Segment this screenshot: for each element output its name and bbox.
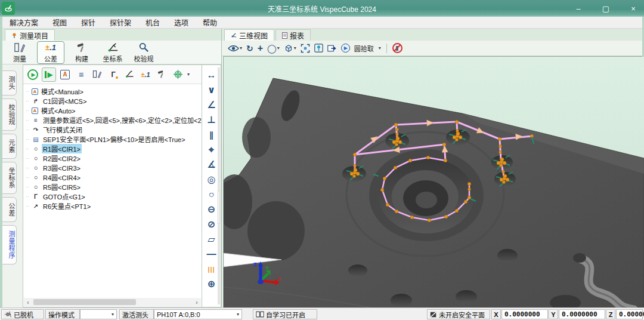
- locate-button[interactable]: [314, 44, 323, 53]
- measurement-project-panel: 测量项目 测量 ±.1 公差 构建: [2, 29, 222, 307]
- scrollbar-thumb[interactable]: [33, 299, 136, 305]
- tree-item-r2-circle[interactable]: ··○R2圆<CIR2>: [26, 153, 202, 163]
- run-button[interactable]: ▶: [26, 67, 40, 82]
- maximize-button[interactable]: ▢: [600, 4, 612, 13]
- close-button[interactable]: ×: [627, 4, 639, 13]
- tree-item-mode-manual[interactable]: ··A模式<Manual>: [26, 87, 202, 96]
- axis-x-label: X: [277, 276, 281, 282]
- menu-bar: 解决方案 视图 探针 探针架 机台 选项 帮助: [2, 17, 642, 29]
- title-bar: 天准三坐标系统 VispecCube 2024 – ▢ ×: [0, 0, 644, 17]
- menu-probe-rack[interactable]: 探针架: [110, 17, 131, 27]
- offline-status: 已脱机: [1, 309, 44, 319]
- safety-plane-off-icon: [430, 311, 437, 318]
- circle-icon: ○: [32, 183, 40, 190]
- tab-3d-view[interactable]: 三维视图: [224, 29, 274, 41]
- probe-disabled-icon[interactable]: [392, 43, 402, 53]
- active-probe-select[interactable]: PH10T A:0,B:0▾: [154, 309, 242, 319]
- side-tab-elements[interactable]: 元素: [2, 134, 17, 159]
- ribbon-coordinate-button[interactable]: 坐标系: [99, 41, 126, 64]
- tree-item-r5-circle[interactable]: ··○R5圆<CIR5>: [26, 182, 202, 192]
- coordinate-button[interactable]: [122, 67, 137, 82]
- y-axis-label: Y: [549, 309, 558, 319]
- menu-solution[interactable]: 解决方案: [10, 17, 38, 27]
- tree-item-safety-plane[interactable]: ··▤SEP1安全平面<PLN1>偏移<10>是否启用<True>: [26, 134, 202, 144]
- tree-item-r3-circle[interactable]: ··○R3圆<CIR3>: [26, 163, 202, 173]
- side-tab-probe[interactable]: 测头: [2, 70, 17, 96]
- view-cube-button[interactable]: ▾: [284, 44, 296, 53]
- tree-item-r1-circle[interactable]: ··○R1圆<CIR1>: [26, 144, 202, 153]
- scroll-right-icon[interactable]: ›: [193, 299, 201, 306]
- side-tab-gauge[interactable]: 校验规: [2, 99, 17, 131]
- scroll-left-icon[interactable]: ‹: [24, 299, 32, 306]
- auto-mode-button[interactable]: A: [58, 67, 72, 82]
- tree-item-fly-mode[interactable]: ··↷飞行模式关闭: [26, 125, 202, 134]
- tab-report[interactable]: 报表: [275, 29, 311, 41]
- ribbon-gauge-button[interactable]: 校验规: [130, 41, 157, 64]
- ribbon-construct-button[interactable]: 构建: [68, 41, 95, 64]
- scene-3d: Z Y X: [224, 57, 644, 308]
- program-tree-area: ▶ ▶ A ≡ Γ ±.1 ▾: [23, 64, 202, 307]
- tree-item-measure-params[interactable]: ··≡测量参数逼近<5>,回退<5>,搜索<6>,定位<2>,定位加<2>,测量: [26, 115, 202, 125]
- z-coordinate-value: 0.0000000: [616, 309, 643, 319]
- project-icon: [11, 32, 17, 38]
- axis-z-label: Z: [253, 261, 257, 267]
- window-title: 天准三坐标系统 VispecCube 2024: [0, 4, 644, 14]
- tolerance-icon-strip: ↔ ∨ ∠ ⊥ ∥ ⌖ ∡ ◎ ○ ⊖ ⊘ ▱ — ||| ⊕: [202, 64, 221, 307]
- pick-type-dropdown-icon[interactable]: ▾: [379, 45, 381, 51]
- step-run-button[interactable]: ▶: [42, 67, 56, 82]
- export-view-button[interactable]: [327, 44, 337, 53]
- menu-machine[interactable]: 机台: [145, 17, 160, 27]
- construct-button[interactable]: [154, 67, 169, 82]
- menu-help[interactable]: 帮助: [203, 17, 217, 27]
- active-probe-label: 激活测头: [119, 309, 154, 319]
- circle-icon: ○: [32, 155, 40, 162]
- pan-view-button[interactable]: +: [258, 43, 263, 54]
- side-tab-program[interactable]: 测量程序: [2, 225, 17, 264]
- tree-item-r4-circle[interactable]: ··○R4圆<CIR4>: [26, 173, 202, 182]
- tolerance-icon: ±.1: [45, 42, 56, 54]
- zoom-fit-button[interactable]: [301, 44, 310, 53]
- parameters-button[interactable]: ≡: [74, 67, 88, 82]
- pick-type-label[interactable]: 圆拾取: [354, 44, 374, 53]
- axis-y-label: Y: [265, 265, 269, 271]
- menu-view[interactable]: 视图: [52, 17, 67, 27]
- toolbar-overflow-icon[interactable]: ▾: [187, 72, 190, 77]
- z-axis-label: Z: [606, 309, 615, 319]
- menu-probe[interactable]: 探针: [81, 17, 95, 27]
- menu-options[interactable]: 选项: [174, 17, 188, 27]
- side-tab-coordinate[interactable]: 坐标系: [2, 162, 17, 194]
- fly-mode-icon: ↷: [32, 127, 40, 133]
- tree-item-goto-point[interactable]: ··ΓGOTO点<G1>: [26, 192, 202, 201]
- strip-scrollbar[interactable]: [218, 67, 220, 304]
- operation-mode-label: 操作模式: [45, 309, 80, 319]
- tree-horizontal-scrollbar[interactable]: ‹ ›: [24, 298, 201, 306]
- ribbon-tolerance-button[interactable]: ±.1 公差: [37, 41, 64, 64]
- tree-item-r6-vector-point[interactable]: ··↗R6矢量点<PT1>: [26, 201, 202, 211]
- view-toolbar: ▾ ↻ + ◯▾ ▾ ▶ 圆拾取 ▾: [222, 41, 642, 56]
- eye-icon: [228, 45, 239, 52]
- side-tab-tolerance[interactable]: 公差: [2, 197, 17, 222]
- tree-item-mode-auto[interactable]: ··A模式<Auto>: [26, 106, 202, 115]
- play-animation-button[interactable]: ▶: [341, 44, 350, 53]
- probe-target-button[interactable]: [171, 67, 185, 82]
- pick-mode-button[interactable]: ◯▾: [267, 44, 280, 53]
- status-bar: 已脱机 操作模式 ▾ 激活测头 PH10T A:0,B:0▾ 自学习已开启 未开…: [0, 307, 644, 320]
- tree-item-c1-recall[interactable]: ··↱C1回调<MCS>: [26, 96, 202, 106]
- measure-tool-button[interactable]: [90, 67, 104, 82]
- report-icon: [282, 32, 287, 39]
- minimize-button[interactable]: –: [572, 4, 584, 13]
- operation-mode-select[interactable]: ▾: [80, 309, 117, 319]
- ribbon-toolbar: 测量 ±.1 公差 构建 坐标系: [2, 41, 221, 64]
- plug-icon: [4, 310, 12, 318]
- rotate-view-button[interactable]: ↻: [246, 44, 253, 53]
- goto-button[interactable]: Γ: [106, 67, 120, 82]
- visibility-button[interactable]: ▾: [228, 45, 242, 52]
- safety-plane-icon: ▤: [32, 136, 40, 143]
- vector-point-icon: ↗: [32, 203, 40, 210]
- viewport-3d[interactable]: Z Y X: [223, 56, 642, 307]
- app-window: 天准三坐标系统 VispecCube 2024 – ▢ × 解决方案 视图 探针…: [0, 0, 644, 320]
- ribbon-measure-button[interactable]: 测量: [6, 41, 33, 64]
- tab-measurement-project[interactable]: 测量项目: [5, 29, 55, 41]
- toolbar-separator: [386, 44, 387, 53]
- tolerance-button[interactable]: ±.1: [138, 67, 153, 82]
